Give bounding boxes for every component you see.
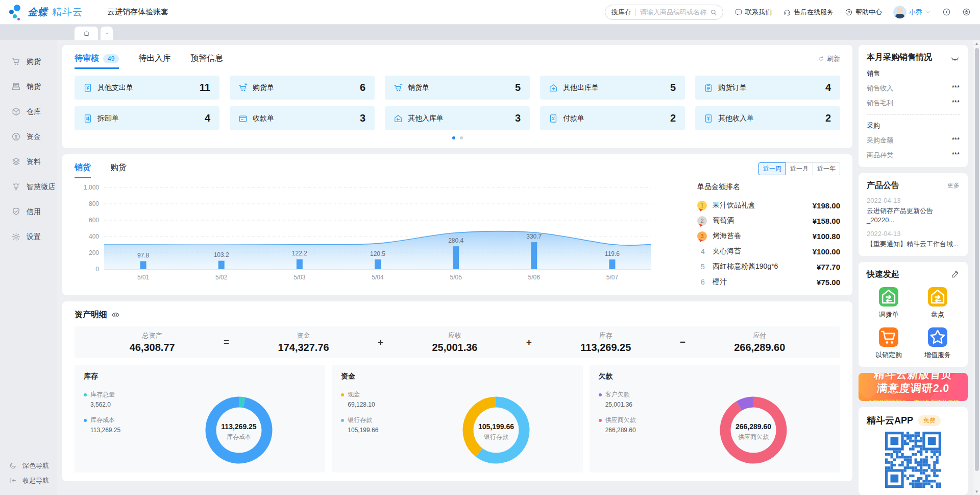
todo-card-9[interactable]: 其他收入单2: [695, 106, 840, 130]
ranking-item-amount: ¥198.00: [813, 201, 840, 210]
scrollbar-thumb[interactable]: [975, 48, 979, 471]
pagination-dot-1[interactable]: [460, 136, 463, 139]
header-link-label: 联系我们: [745, 8, 772, 17]
todo-card-label: 收款单: [253, 114, 274, 123]
right-sidebar: 本月采购销售情况 销售销售收入***销售毛利***采购采购金额***商品种类**…: [859, 40, 973, 495]
main-sidebar: 购货销货仓库资金资料智慧微店信用设置 深色导航收起导航: [0, 40, 57, 495]
svg-text:266,289.60: 266,289.60: [736, 422, 771, 431]
user-menu[interactable]: 小乔: [893, 6, 931, 19]
quick-action-3[interactable]: 增值服务: [916, 327, 960, 360]
tab-label: 销货: [75, 162, 91, 173]
range-button-0[interactable]: 近一周: [758, 162, 786, 175]
sidebar-item-cube[interactable]: 仓库: [0, 99, 57, 124]
monthly-section-name: 采购: [867, 121, 960, 130]
refresh-button[interactable]: 刷新: [818, 54, 840, 63]
legend-value: 3,562.0: [90, 401, 161, 408]
legend-item: 库存总量3,562.0: [84, 390, 161, 408]
header-link-compass[interactable]: 帮助中心: [845, 8, 882, 17]
todo-tab-0[interactable]: 待审核49: [75, 53, 119, 69]
formula-label: 资金: [278, 331, 329, 340]
sidebar-item-label: 购货: [27, 57, 41, 66]
home-tab[interactable]: [75, 27, 98, 40]
search-icon[interactable]: [709, 8, 718, 16]
legend-dot: [341, 419, 344, 422]
search-box[interactable]: 搜库存: [605, 5, 723, 20]
search-input[interactable]: [640, 8, 709, 16]
scroll-up-arrow[interactable]: ▲: [973, 40, 980, 47]
cart-minus-icon: [393, 83, 403, 93]
todo-card-8[interactable]: 付款单2: [540, 106, 685, 130]
todo-card-3[interactable]: 其他出库单5: [540, 76, 685, 100]
ranking-item-3[interactable]: 4夹心海苔¥100.00: [697, 244, 840, 259]
announcement-item-1[interactable]: 2022-04-13【重要通知】精斗云工作台域...: [867, 230, 960, 249]
trade-tab-0[interactable]: 销货: [75, 162, 91, 178]
quick-action-0[interactable]: 调拨单: [867, 287, 911, 319]
todo-card-7[interactable]: 其他入库单3: [385, 106, 530, 130]
todo-tab-2[interactable]: 预警信息: [190, 53, 223, 69]
todo-tab-1[interactable]: 待出入库: [138, 53, 171, 69]
edit-icon[interactable]: [951, 270, 960, 278]
ranking-item-1[interactable]: 2葡萄酒¥158.00: [697, 213, 840, 228]
house-out-icon: [548, 83, 558, 93]
sidebar-toggle-moon[interactable]: 深色导航: [0, 458, 57, 473]
sidebar-item-gear[interactable]: 设置: [0, 224, 57, 249]
tab-dropdown-button[interactable]: [101, 27, 113, 40]
sidebar-toggle-collapse[interactable]: 收起导航: [0, 473, 57, 488]
ranking-item-2[interactable]: 3烤海苔卷¥100.80: [697, 228, 840, 244]
brand-logo[interactable]: 金蝶 精斗云: [8, 4, 96, 21]
announcements-more-link[interactable]: 更多: [947, 181, 960, 190]
eye-closed-icon[interactable]: [950, 53, 960, 62]
sidebar-item-label: 智慧微店: [27, 182, 55, 192]
trade-tab-1[interactable]: 购货: [110, 162, 127, 178]
sidebar-item-cart[interactable]: 购货: [0, 49, 57, 74]
sidebar-item-bulb[interactable]: 智慧微店: [0, 174, 57, 199]
brand-name-bold: 金蝶: [28, 6, 48, 19]
eye-icon[interactable]: [111, 311, 120, 319]
todo-card-5[interactable]: 拆卸单4: [75, 106, 219, 130]
logout-button[interactable]: [962, 8, 971, 16]
medal-icon-rank1: 1: [697, 201, 707, 210]
sidebar-item-layers[interactable]: 资料: [0, 149, 57, 174]
ranking-item-name: 夹心海苔: [713, 247, 808, 256]
sidebar-item-shield[interactable]: 信用: [0, 199, 57, 224]
sidebar-item-yen-circle[interactable]: 资金: [0, 124, 57, 149]
pagination-dot-0[interactable]: [452, 136, 455, 139]
scrollbar[interactable]: ▲ ▼: [973, 40, 980, 495]
wallet-icon: [238, 113, 248, 124]
quick-action-1[interactable]: 盘点: [916, 287, 960, 319]
medal-icon-rank3: 3: [697, 231, 707, 241]
survey-banner[interactable]: 精斗云新版首页 满意度调研2.0 全新首页已到来 期待收到您的反馈: [859, 373, 968, 401]
dashed-divider: [867, 114, 960, 115]
announcement-text[interactable]: 【重要通知】精斗云工作台域...: [867, 240, 960, 249]
formula-value: 46,308.77: [130, 342, 175, 353]
announcement-item-0[interactable]: 2022-04-13云进销存产品更新公告_20220...: [867, 197, 960, 224]
todo-card-1[interactable]: 购货单6: [230, 76, 375, 100]
ranking-item-4[interactable]: 5西红柿意粉酱190g*6¥77.70: [697, 259, 840, 274]
ranking-item-5[interactable]: 6橙汁¥75.00: [697, 274, 840, 290]
scroll-down-arrow[interactable]: ▼: [973, 488, 980, 495]
range-button-2[interactable]: 近一年: [813, 162, 840, 175]
quick-action-2[interactable]: 以销定购: [867, 327, 911, 360]
cart-plus-icon: [238, 83, 248, 93]
ranking-item-0[interactable]: 1果汁饮品礼盒¥198.00: [697, 198, 840, 213]
todo-card-2[interactable]: 销货单5: [385, 76, 530, 100]
banner-line1: 精斗云新版首页: [873, 373, 953, 381]
todo-card-count: 5: [515, 82, 521, 93]
monthly-summary-title: 本月采购销售情况: [867, 52, 932, 63]
todo-card-6[interactable]: 收款单3: [230, 106, 375, 130]
yen-circle-icon: [11, 132, 21, 142]
svg-text:5/05: 5/05: [450, 274, 462, 281]
range-button-1[interactable]: 近一月: [786, 162, 813, 175]
todo-card-label: 其他支出单: [97, 83, 133, 92]
search-category[interactable]: 搜库存: [611, 8, 631, 17]
announcement-text[interactable]: 云进销存产品更新公告_20220...: [867, 206, 960, 224]
sidebar-item-register[interactable]: 销货: [0, 74, 57, 99]
avatar[interactable]: [893, 6, 906, 19]
todo-card-4[interactable]: 购货订单4: [695, 76, 840, 100]
back-button[interactable]: [942, 8, 951, 16]
legend-label: 银行存款: [348, 416, 372, 425]
header-link-headset[interactable]: 售后在线服务: [783, 8, 834, 17]
todo-card-0[interactable]: 其他支出单11: [75, 76, 219, 100]
header-link-chat[interactable]: 联系我们: [734, 8, 772, 17]
formula-item-1: 资金174,327.76: [278, 331, 329, 353]
